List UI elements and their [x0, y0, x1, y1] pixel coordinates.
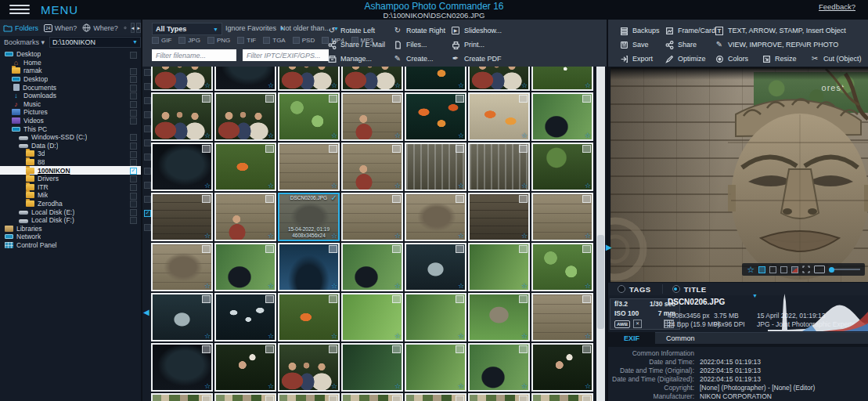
row-mark-checkbox[interactable]: [144, 111, 151, 118]
tree-item-libraries[interactable]: Libraries: [0, 224, 141, 233]
save-button[interactable]: Save: [619, 41, 665, 49]
nav-back-button[interactable]: ◂: [131, 23, 135, 33]
tree-item-control-panel[interactable]: Control Panel: [0, 241, 141, 250]
metadata-filter-input[interactable]: [243, 49, 329, 61]
thumbnail-checkbox[interactable]: [582, 145, 591, 153]
thumbnail-selected[interactable]: DSCN0206.JPG15-04-2022, 01:194608x3456x2…: [278, 193, 340, 241]
export-button[interactable]: Export: [619, 55, 665, 63]
favorite-star-icon[interactable]: ☆: [268, 182, 274, 190]
tree-item-checkbox[interactable]: [130, 76, 137, 83]
tree-item-zerodha[interactable]: Zerodha: [0, 200, 141, 208]
thumbnail[interactable]: ☆: [341, 293, 403, 341]
thumbnail[interactable]: ☆: [151, 293, 213, 341]
tree-item-music[interactable]: ♪Music: [0, 100, 141, 109]
favorite-star-icon[interactable]: ☆: [458, 332, 464, 340]
thumbnail-checkbox[interactable]: [202, 245, 211, 253]
thumbnail[interactable]: ☆: [151, 143, 213, 191]
thumbnail[interactable]: ☆: [531, 293, 593, 341]
thumbnail-checkbox[interactable]: [265, 396, 274, 401]
tree-item-checkbox[interactable]: [130, 68, 137, 75]
tree-item-pictures[interactable]: Pictures: [0, 108, 141, 117]
cut-button[interactable]: ✂Cut (Object): [810, 55, 862, 63]
share-email-button[interactable]: Share / E-Mail: [327, 41, 393, 49]
thumbnail[interactable]: ☆: [468, 67, 530, 91]
favorite-star-icon[interactable]: ☆: [458, 182, 464, 190]
thumbnail-checkbox[interactable]: [456, 145, 464, 153]
favorite-star-icon[interactable]: ☆: [394, 332, 401, 340]
thumbnail-checkbox[interactable]: [456, 345, 464, 353]
thumbnail[interactable]: ☆: [405, 243, 466, 291]
tab-exif[interactable]: EXIF: [608, 332, 655, 344]
thumbnail[interactable]: ☆: [468, 92, 530, 141]
tags-radio[interactable]: [618, 285, 625, 293]
row-mark-checkbox[interactable]: [144, 139, 151, 146]
favorite-star-icon[interactable]: ☆: [394, 132, 401, 139]
favorite-star-icon[interactable]: ☆: [204, 382, 211, 390]
tree-item-home[interactable]: ⌂Home: [0, 59, 141, 67]
zoom-slider-knob[interactable]: [829, 267, 834, 273]
favorite-star-icon[interactable]: ☆: [585, 232, 591, 240]
photo-preview[interactable]: orest: [610, 67, 868, 282]
favorite-star-icon[interactable]: ☆: [458, 232, 464, 240]
thumbnail-checkbox[interactable]: [202, 95, 211, 103]
overlay-option-icon[interactable]: [780, 266, 787, 273]
tree-item-desktop[interactable]: Desktop: [0, 50, 141, 59]
thumbnail[interactable]: ☆: [341, 92, 403, 141]
thumbnail[interactable]: ☆: [341, 343, 403, 392]
thumbnail-checkbox[interactable]: [456, 245, 464, 253]
thumbnail-checkbox[interactable]: [202, 345, 211, 353]
thumbnail-checkbox[interactable]: [202, 145, 211, 153]
tree-item-checkbox[interactable]: [130, 85, 137, 92]
tree-item-documents[interactable]: Documents: [0, 83, 141, 92]
thumbnail[interactable]: ☆: [341, 67, 403, 91]
thumbnail[interactable]: ☆: [151, 243, 213, 291]
tree-item-itr[interactable]: ITR: [0, 183, 141, 192]
tab-when[interactable]: 24 When?: [44, 24, 77, 32]
favorite-star-icon[interactable]: ☆: [394, 232, 401, 240]
favorite-star-icon[interactable]: ☆: [204, 332, 211, 340]
format-checkbox-tif[interactable]: TIF: [237, 37, 256, 44]
format-checkbox-png[interactable]: PNG: [207, 37, 230, 44]
thumbnail[interactable]: ☆: [405, 393, 466, 401]
thumbnail-checkbox[interactable]: [202, 195, 211, 203]
thumbnail[interactable]: ☆: [531, 67, 593, 91]
manage-button[interactable]: Manage...: [327, 55, 393, 63]
tree-item-checkbox[interactable]: [130, 52, 137, 59]
favorite-star-icon[interactable]: ☆: [585, 182, 591, 190]
type-filter-dropdown[interactable]: All Types▼: [152, 23, 222, 35]
favorite-star-icon[interactable]: ☆: [585, 81, 591, 89]
thumbnail[interactable]: ☆: [278, 293, 340, 341]
title-label[interactable]: TITLE: [684, 285, 707, 294]
view-improve-button[interactable]: ✎VIEW, IMPROVE, REPAIR PHOTO: [715, 41, 862, 49]
thumbnail-checkbox[interactable]: [265, 195, 274, 203]
tab-folders[interactable]: Folders: [3, 24, 38, 32]
thumbnail-checkbox[interactable]: [519, 295, 528, 303]
tree-item-checkbox[interactable]: [130, 193, 137, 200]
favorite-star-icon[interactable]: ☆: [521, 282, 528, 290]
tree-item-videos[interactable]: Videos: [0, 117, 141, 125]
favorite-star-icon[interactable]: ☆: [268, 232, 274, 240]
row-mark-checkbox[interactable]: [144, 125, 151, 132]
favorite-star-icon[interactable]: ☆: [331, 332, 337, 340]
favorite-star-icon[interactable]: ☆: [268, 282, 274, 290]
frame-card-button[interactable]: Frame/Card: [665, 27, 715, 35]
tree-item-windows-ssd-c-[interactable]: Windows-SSD (C:): [0, 133, 141, 142]
thumbnail-checkbox[interactable]: [519, 396, 528, 401]
favorite-star-icon[interactable]: ☆: [268, 132, 274, 139]
thumbnail[interactable]: ☆: [151, 343, 213, 392]
title-radio[interactable]: [672, 285, 680, 293]
favorite-star-icon[interactable]: ☆: [394, 282, 401, 290]
thumbnail[interactable]: ☆: [405, 293, 466, 341]
favorite-star-icon[interactable]: ☆: [458, 132, 464, 139]
thumbnail[interactable]: ☆: [531, 143, 593, 191]
tree-item-ramak[interactable]: ramak: [0, 67, 141, 75]
resize-button[interactable]: Resize: [762, 55, 810, 63]
row-mark-checkbox[interactable]: [144, 196, 151, 203]
thumbnail[interactable]: ☆: [468, 243, 530, 291]
favorite-star-icon[interactable]: ☆: [585, 282, 591, 290]
favorite-star-icon[interactable]: ☆: [331, 182, 337, 190]
thumbnail[interactable]: ☆: [405, 143, 466, 191]
page-left-arrow[interactable]: ◀: [143, 308, 149, 316]
tree-item-checkbox[interactable]: [130, 209, 137, 216]
row-mark-checkbox[interactable]: [144, 224, 151, 231]
